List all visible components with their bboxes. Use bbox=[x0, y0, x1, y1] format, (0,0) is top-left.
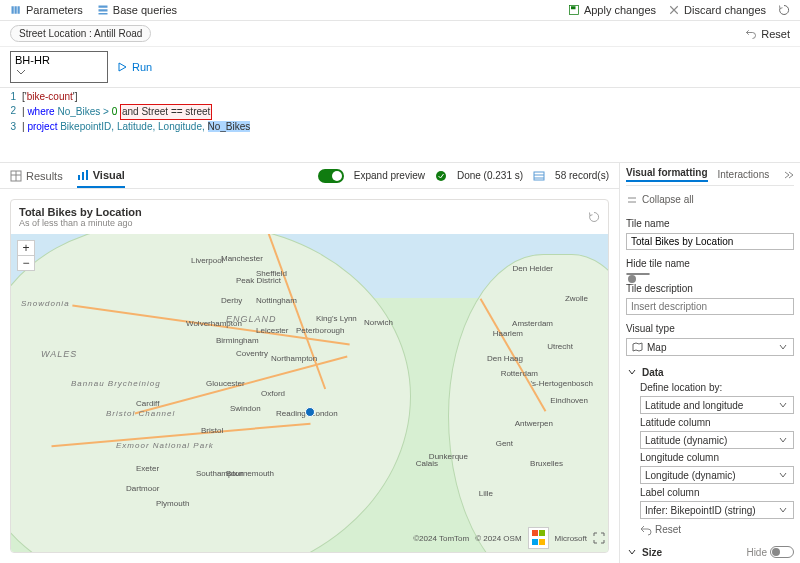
chart-icon bbox=[77, 169, 89, 181]
define-location-label: Define location by: bbox=[640, 382, 794, 393]
city-label: Dartmoor bbox=[126, 484, 159, 493]
map-data-point[interactable] bbox=[305, 407, 315, 417]
line-number: 3 bbox=[0, 120, 22, 134]
city-label: King's Lynn bbox=[316, 314, 357, 323]
city-label: Manchester bbox=[221, 254, 263, 263]
city-label: Den Helder bbox=[513, 264, 553, 273]
longitude-col-select[interactable]: Longitude (dynamic) bbox=[640, 466, 794, 484]
visual-type-label: Visual type bbox=[626, 323, 794, 334]
parameter-pill[interactable]: Street Location : Antill Road bbox=[10, 25, 151, 42]
city-label: Rotterdam bbox=[501, 369, 538, 378]
chevron-down-icon bbox=[626, 366, 638, 378]
tile-name-input[interactable] bbox=[626, 233, 794, 250]
collapse-all-label: Collapse all bbox=[642, 194, 694, 206]
data-label: Data bbox=[642, 367, 664, 378]
line-number: 1 bbox=[0, 90, 22, 104]
reset-data-button[interactable]: Reset bbox=[640, 524, 794, 536]
base-queries-icon bbox=[97, 4, 109, 16]
svg-rect-9 bbox=[78, 175, 80, 180]
close-icon bbox=[668, 4, 680, 16]
hide-size-label: Hide bbox=[746, 547, 767, 558]
refresh-icon[interactable] bbox=[778, 4, 790, 16]
tile-desc-input[interactable] bbox=[626, 298, 794, 315]
city-label: Utrecht bbox=[547, 342, 573, 351]
run-label: Run bbox=[132, 61, 152, 73]
define-location-select[interactable]: Latitude and longitude bbox=[640, 396, 794, 414]
region-label: Bristol Channel bbox=[106, 409, 175, 418]
attribution-tomtom: ©2024 TomTom bbox=[413, 534, 469, 543]
tab-results[interactable]: Results bbox=[10, 163, 63, 188]
svg-rect-7 bbox=[571, 6, 576, 9]
microsoft-badge bbox=[528, 527, 549, 549]
tab-visual-formatting[interactable]: Visual formatting bbox=[626, 167, 708, 182]
datasource-select[interactable] bbox=[10, 51, 108, 83]
attribution-osm: © 2024 OSM bbox=[475, 534, 521, 543]
chevron-down-icon bbox=[777, 341, 789, 353]
datasource-input[interactable] bbox=[15, 54, 91, 66]
tile-name-label: Tile name bbox=[626, 218, 794, 229]
parameters-button[interactable]: Parameters bbox=[10, 4, 83, 16]
hide-tile-label: Hide tile name bbox=[626, 258, 794, 269]
city-label: Amsterdam bbox=[512, 319, 553, 328]
run-button[interactable]: Run bbox=[116, 61, 152, 73]
city-label: Peterborough bbox=[296, 326, 344, 335]
city-label: Nottingham bbox=[256, 296, 297, 305]
chevron-right-icon[interactable] bbox=[782, 169, 794, 181]
city-label: Dunkerque bbox=[429, 452, 468, 461]
map-canvas[interactable]: WALES ENGLAND Snowdonia Bannau Brycheini… bbox=[11, 234, 608, 552]
discard-changes-button[interactable]: Discard changes bbox=[668, 4, 766, 16]
tab-visual[interactable]: Visual bbox=[77, 163, 125, 188]
city-label: Swindon bbox=[230, 404, 261, 413]
city-label: Peak District bbox=[236, 276, 281, 285]
collapse-all-button[interactable]: Collapse all bbox=[626, 194, 794, 206]
base-queries-button[interactable]: Base queries bbox=[97, 4, 177, 16]
chevron-down-icon bbox=[777, 434, 789, 446]
size-label: Size bbox=[642, 547, 662, 558]
city-label: Northampton bbox=[271, 354, 317, 363]
query-editor[interactable]: 1['bike-count'] 2| where No_Bikes > 0 an… bbox=[0, 87, 800, 163]
zoom-in-button[interactable]: + bbox=[18, 241, 34, 256]
fullscreen-icon[interactable] bbox=[593, 532, 605, 544]
visual-type-select[interactable]: Map bbox=[626, 338, 794, 356]
chevron-down-icon bbox=[15, 66, 27, 78]
region-label: Bannau Brycheiniog bbox=[71, 379, 161, 388]
expand-preview-toggle[interactable] bbox=[318, 169, 344, 183]
reset-label: Reset bbox=[761, 28, 790, 40]
expand-label: Expand preview bbox=[354, 170, 425, 181]
pill-text: Street Location : Antill Road bbox=[19, 28, 142, 39]
tile-refresh-icon[interactable] bbox=[588, 211, 600, 223]
table-icon bbox=[10, 170, 22, 182]
apply-changes-button[interactable]: Apply changes bbox=[568, 4, 656, 16]
city-label: 's-Hertogenbosch bbox=[531, 379, 593, 388]
svg-rect-13 bbox=[534, 172, 544, 180]
latitude-col-label: Latitude column bbox=[640, 417, 794, 428]
city-label: Leicester bbox=[256, 326, 288, 335]
size-section[interactable]: Size Hide bbox=[626, 546, 794, 558]
chevron-down-icon bbox=[777, 469, 789, 481]
tile-subtitle: As of less than a minute ago bbox=[19, 218, 142, 228]
tab-visual-label: Visual bbox=[93, 169, 125, 181]
latitude-col-select[interactable]: Latitude (dynamic) bbox=[640, 431, 794, 449]
city-label: Lille bbox=[479, 489, 493, 498]
selected-text: No_Bikes bbox=[208, 121, 251, 132]
svg-rect-0 bbox=[12, 6, 14, 14]
svg-rect-2 bbox=[18, 6, 20, 14]
zoom-out-button[interactable]: − bbox=[18, 256, 34, 270]
city-label: Birmingham bbox=[216, 336, 259, 345]
highlighted-clause: and Street == street bbox=[120, 104, 212, 120]
save-icon bbox=[568, 4, 580, 16]
hide-size-toggle[interactable] bbox=[770, 546, 794, 558]
svg-rect-10 bbox=[82, 172, 84, 180]
label-col-label: Label column bbox=[640, 487, 794, 498]
line-number: 2 bbox=[0, 104, 22, 120]
tab-interactions[interactable]: Interactions bbox=[718, 169, 770, 180]
city-label: Antwerpen bbox=[515, 419, 553, 428]
reset-parameters-button[interactable]: Reset bbox=[745, 25, 790, 42]
city-label: Coventry bbox=[236, 349, 268, 358]
chevron-down-icon bbox=[626, 546, 638, 558]
records-icon bbox=[533, 170, 545, 182]
data-section[interactable]: Data bbox=[626, 366, 794, 378]
city-label: Den Haag bbox=[487, 354, 523, 363]
label-col-select[interactable]: Infer: BikepointID (string) bbox=[640, 501, 794, 519]
hide-tile-toggle[interactable] bbox=[626, 273, 650, 275]
